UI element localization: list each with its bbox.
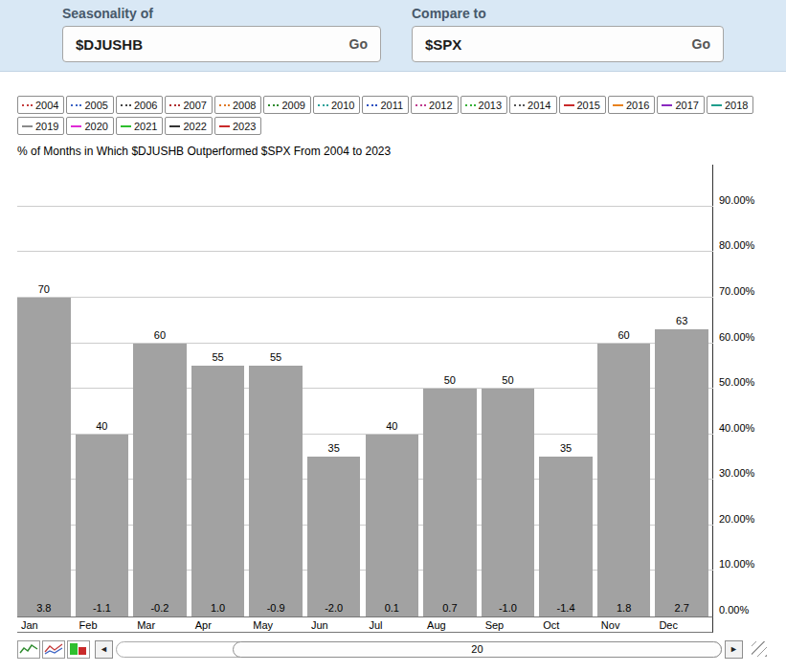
- year-line-marker-icon: [711, 104, 722, 106]
- legend-year-2010[interactable]: 2010: [313, 96, 360, 114]
- line-chart-view-icon[interactable]: [17, 640, 40, 659]
- bar-value-label: 60: [133, 329, 187, 341]
- legend-year-label: 2012: [429, 100, 452, 111]
- legend-year-2005[interactable]: 2005: [66, 96, 113, 114]
- bar-jan: [17, 298, 71, 616]
- month-label-jun: Jun: [307, 619, 328, 631]
- year-line-marker-icon: [219, 125, 230, 127]
- legend-year-label: 2020: [84, 121, 107, 132]
- compare-go-button[interactable]: Go: [692, 36, 710, 52]
- bar-oct: [539, 457, 593, 616]
- resize-grip-icon[interactable]: [752, 641, 767, 657]
- bar-slot-feb: 40-1.1: [76, 165, 134, 616]
- bar-apr: [191, 366, 245, 616]
- y-axis-tick-label: 90.00%: [719, 194, 754, 206]
- bar-value-label: 40: [76, 420, 129, 432]
- compare-symbol-input[interactable]: [425, 36, 625, 53]
- scroll-left-button[interactable]: ◄: [95, 640, 113, 659]
- bar-gain-label: -1.0: [482, 602, 535, 614]
- month-label-may: May: [249, 619, 273, 631]
- y-axis-tick-label: 60.00%: [719, 331, 754, 343]
- month-label-oct: Oct: [539, 619, 559, 631]
- legend-year-2022[interactable]: 2022: [165, 117, 212, 135]
- legend-year-2009[interactable]: 2009: [263, 96, 310, 114]
- year-line-marker-icon: [71, 104, 81, 106]
- multi-line-chart-icon: [44, 642, 63, 656]
- bar-value-label: 35: [539, 442, 593, 454]
- multi-line-chart-view-icon[interactable]: [42, 640, 65, 659]
- seasonality-bar-chart: 0.00%10.00%20.00%30.00%40.00%50.00%60.00…: [17, 165, 767, 633]
- bar-slot-may: 55-0.9: [249, 165, 307, 616]
- month-label-apr: Apr: [191, 619, 212, 631]
- year-range-scrollbar[interactable]: 20: [116, 641, 722, 658]
- year-line-marker-icon: [465, 104, 476, 106]
- bar-chart-view-icon[interactable]: [67, 640, 90, 659]
- bar-slot-apr: 551.0: [191, 165, 250, 616]
- bar-gain-label: 0.7: [423, 602, 477, 614]
- seasonality-go-button[interactable]: Go: [349, 36, 368, 52]
- legend-year-label: 2018: [725, 100, 748, 111]
- year-line-marker-icon: [22, 104, 33, 106]
- scroll-right-button[interactable]: ►: [725, 640, 743, 659]
- year-legend: 2004200520062007200820092010201120122013…: [17, 96, 772, 138]
- bar-jun: [307, 457, 361, 616]
- chart-toolbar: ◄ 20 ►: [17, 638, 767, 661]
- year-line-marker-icon: [564, 104, 574, 106]
- legend-year-2016[interactable]: 2016: [608, 96, 655, 114]
- legend-year-2017[interactable]: 2017: [657, 96, 704, 114]
- legend-year-label: 2009: [281, 100, 304, 111]
- legend-year-label: 2023: [233, 121, 256, 132]
- seasonality-symbol-box: Go: [62, 26, 381, 62]
- bar-gain-label: 0.1: [366, 602, 419, 614]
- y-axis-tick-label: 30.00%: [719, 467, 754, 479]
- bar-may: [249, 366, 303, 616]
- bar-value-label: 40: [366, 420, 419, 432]
- legend-year-2008[interactable]: 2008: [214, 96, 261, 114]
- year-line-marker-icon: [514, 104, 525, 106]
- legend-year-label: 2017: [675, 100, 698, 111]
- legend-year-2007[interactable]: 2007: [165, 96, 212, 114]
- year-line-marker-icon: [169, 125, 180, 127]
- month-label-jan: Jan: [17, 619, 38, 631]
- bar-slot-sep: 50-1.0: [482, 165, 540, 616]
- legend-year-label: 2019: [35, 121, 58, 132]
- month-label-dec: Dec: [655, 619, 678, 631]
- legend-year-2011[interactable]: 2011: [362, 96, 409, 114]
- bar-nov: [597, 344, 651, 616]
- y-axis-tick-label: 50.00%: [719, 376, 754, 388]
- y-axis-tick-label: 70.00%: [719, 285, 754, 297]
- year-line-marker-icon: [367, 104, 377, 106]
- legend-year-2012[interactable]: 2012: [411, 96, 458, 114]
- bar-gain-label: -1.1: [76, 602, 129, 614]
- year-line-marker-icon: [318, 104, 328, 106]
- year-line-marker-icon: [662, 104, 672, 106]
- legend-year-2015[interactable]: 2015: [559, 96, 606, 114]
- legend-year-2013[interactable]: 2013: [460, 96, 507, 114]
- legend-year-2021[interactable]: 2021: [116, 117, 163, 135]
- seasonality-symbol-input[interactable]: [76, 36, 281, 53]
- bar-aug: [423, 389, 477, 616]
- month-label-mar: Mar: [133, 619, 155, 631]
- legend-year-2023[interactable]: 2023: [214, 117, 261, 135]
- bar-chart-icon: [69, 642, 88, 656]
- legend-year-label: 2005: [84, 100, 107, 111]
- bar-slot-mar: 60-0.2: [133, 165, 191, 616]
- legend-year-2019[interactable]: 2019: [17, 117, 64, 135]
- y-axis-tick-label: 0.00%: [719, 604, 749, 616]
- legend-year-2018[interactable]: 2018: [707, 96, 753, 114]
- bar-value-label: 50: [423, 374, 477, 386]
- year-line-marker-icon: [268, 104, 279, 106]
- compare-symbol-box: Go: [412, 26, 724, 62]
- year-line-marker-icon: [169, 104, 180, 106]
- legend-year-2004[interactable]: 2004: [17, 96, 64, 114]
- legend-year-2020[interactable]: 2020: [66, 117, 113, 135]
- bar-gain-label: -1.4: [539, 602, 593, 614]
- legend-year-2014[interactable]: 2014: [509, 96, 556, 114]
- legend-year-2006[interactable]: 2006: [116, 96, 163, 114]
- month-label-nov: Nov: [597, 619, 620, 631]
- year-range-scrollbar-thumb[interactable]: 20: [233, 641, 722, 658]
- y-axis-tick-label: 10.00%: [719, 558, 754, 570]
- bar-gain-label: 1.0: [191, 602, 245, 614]
- legend-year-label: 2013: [479, 100, 502, 111]
- year-line-marker-icon: [121, 104, 131, 106]
